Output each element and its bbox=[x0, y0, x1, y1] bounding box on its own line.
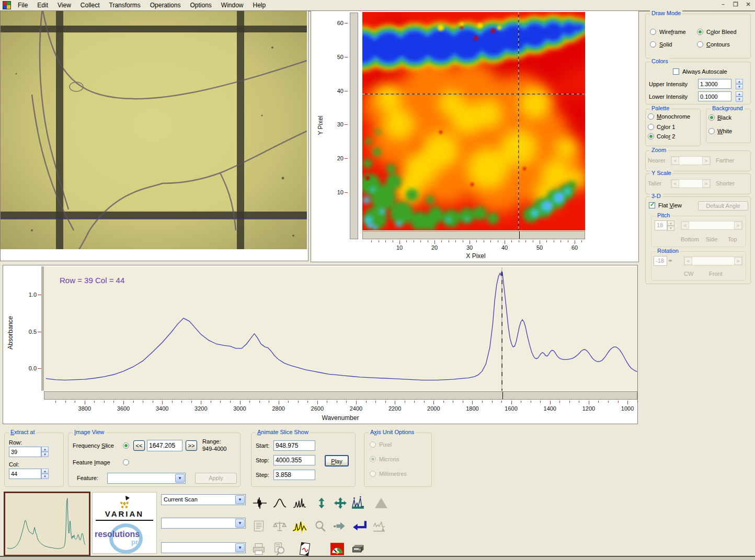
col-field[interactable] bbox=[9, 469, 41, 479]
color2-radio[interactable] bbox=[648, 133, 654, 139]
report-icon[interactable] bbox=[250, 518, 268, 534]
white-radio[interactable] bbox=[708, 128, 715, 134]
peak-pick-icon[interactable] bbox=[349, 495, 367, 511]
menu-window[interactable]: Window bbox=[216, 1, 248, 10]
menu-transforms[interactable]: Transforms bbox=[105, 1, 145, 10]
axis-tick: 1200 bbox=[580, 405, 598, 412]
rotation-spinner[interactable]: ◂▸ bbox=[668, 258, 672, 263]
contours-radio[interactable] bbox=[697, 41, 703, 48]
menu-edit[interactable]: Edit bbox=[32, 1, 53, 10]
menu-options[interactable]: Options bbox=[185, 1, 216, 10]
heatmap-vertical-scrollbar[interactable] bbox=[350, 13, 358, 239]
monochrome-radio[interactable] bbox=[648, 113, 654, 120]
secondary-combo-chevron-icon[interactable]: ▼ bbox=[235, 519, 245, 528]
spectrum-plot[interactable]: Row = 39 Col = 44 bbox=[44, 266, 637, 391]
shift-arrow-icon[interactable] bbox=[331, 518, 349, 534]
stop-field[interactable] bbox=[273, 455, 315, 465]
pitch-top-label: Top bbox=[728, 236, 737, 242]
autoscale-y-icon[interactable] bbox=[313, 495, 330, 511]
wireframe-radio[interactable] bbox=[650, 29, 656, 35]
millimetres-radio[interactable] bbox=[370, 471, 376, 477]
tertiary-combo[interactable]: ▼ bbox=[161, 542, 246, 553]
band-curve-icon[interactable] bbox=[271, 495, 289, 511]
lower-intensity-spinner[interactable]: ▲▼ bbox=[736, 91, 743, 101]
upper-intensity-spinner[interactable]: ▲▼ bbox=[736, 79, 743, 89]
tertiary-combo-chevron-icon[interactable]: ▼ bbox=[235, 543, 245, 552]
image-view-group: Image View Frequency Slice << >> Range: … bbox=[68, 433, 241, 487]
menu-collect[interactable]: Collect bbox=[76, 1, 105, 10]
balance-scales-icon[interactable] bbox=[271, 518, 289, 534]
pitch-value-field[interactable]: 18 bbox=[655, 220, 667, 230]
pitch-scrollbar[interactable]: <> bbox=[681, 221, 742, 230]
solid-radio[interactable] bbox=[650, 41, 656, 48]
baseline-correct-icon[interactable] bbox=[370, 518, 388, 534]
menu-view[interactable]: View bbox=[53, 1, 76, 10]
play-button[interactable]: Play bbox=[325, 455, 349, 466]
slice-prev-button[interactable]: << bbox=[133, 440, 145, 451]
menu-help[interactable]: Help bbox=[248, 1, 271, 10]
rotation-value-field[interactable]: -18 bbox=[654, 256, 667, 266]
fullscale-triangle-icon[interactable] bbox=[372, 495, 390, 511]
status-gauge-icon[interactable] bbox=[328, 541, 346, 557]
axis-unit-title: Axis Unit Options bbox=[369, 429, 416, 435]
black-radio[interactable] bbox=[708, 114, 715, 121]
pixel-radio[interactable] bbox=[370, 441, 376, 448]
axis-tick bbox=[317, 401, 318, 404]
feature-combo-chevron-icon[interactable]: ▼ bbox=[175, 474, 185, 483]
axis-tick: 1000 bbox=[619, 405, 636, 412]
apply-button[interactable]: Apply bbox=[195, 473, 237, 484]
menu-operations[interactable]: Operations bbox=[145, 1, 186, 10]
feature-combo[interactable]: ▼ bbox=[107, 473, 186, 484]
restore-icon[interactable]: ❐ bbox=[731, 1, 740, 8]
step-field[interactable] bbox=[273, 470, 315, 480]
instrument-icon[interactable] bbox=[349, 541, 367, 557]
pitch-spinner[interactable]: ▲▼ bbox=[667, 220, 674, 230]
frequency-slice-radio[interactable] bbox=[123, 442, 129, 449]
default-angle-button[interactable]: Default Angle bbox=[698, 201, 748, 211]
heatmap-horizontal-scrollbar[interactable] bbox=[362, 231, 585, 239]
axis-tick: 3800 bbox=[76, 405, 94, 412]
interferogram-icon[interactable] bbox=[251, 495, 269, 511]
slice-value-field[interactable] bbox=[147, 440, 182, 451]
axis-tick bbox=[85, 401, 85, 404]
axis-tick bbox=[533, 240, 533, 242]
color-bleed-radio[interactable] bbox=[697, 29, 703, 35]
color1-radio[interactable] bbox=[648, 124, 654, 130]
start-field[interactable] bbox=[273, 440, 315, 451]
menu-file[interactable]: File bbox=[13, 1, 32, 10]
feature-image-radio[interactable] bbox=[123, 459, 129, 465]
enter-return-icon[interactable] bbox=[350, 518, 368, 534]
scan-combo-chevron-icon[interactable]: ▼ bbox=[235, 495, 245, 504]
zoom-scrollbar[interactable]: <> bbox=[671, 156, 711, 165]
scan-selector-combo[interactable]: Current Scan▼ bbox=[161, 494, 246, 505]
close-icon[interactable]: ✕ bbox=[743, 1, 753, 8]
microns-radio[interactable] bbox=[370, 456, 376, 462]
zoom-magnifier-icon[interactable] bbox=[312, 518, 329, 534]
print-preview-icon[interactable] bbox=[271, 541, 289, 557]
rotation-scrollbar[interactable]: <> bbox=[684, 256, 742, 265]
notes-card-icon[interactable] bbox=[296, 541, 314, 557]
minimize-icon[interactable]: – bbox=[718, 1, 728, 8]
upper-intensity-field[interactable] bbox=[698, 79, 731, 89]
flat-view-checkbox[interactable] bbox=[649, 202, 655, 208]
spectrum-display-icon[interactable] bbox=[291, 495, 308, 511]
print-icon[interactable] bbox=[250, 541, 268, 557]
always-autoscale-label: Always Autoscale bbox=[682, 68, 727, 75]
axis-tick bbox=[589, 401, 589, 404]
axis-tick bbox=[521, 401, 521, 403]
col-spinner[interactable]: ▲▼ bbox=[41, 469, 49, 479]
lower-intensity-field[interactable] bbox=[698, 91, 731, 101]
axis-tick bbox=[240, 401, 241, 404]
monochrome-label: Monochrome bbox=[657, 113, 690, 120]
spectrum-horizontal-scrollbar[interactable] bbox=[44, 391, 637, 400]
heatmap-image[interactable] bbox=[362, 12, 585, 230]
row-field[interactable] bbox=[9, 447, 41, 457]
slice-next-button[interactable]: >> bbox=[186, 440, 197, 451]
highlight-spectrum-icon[interactable] bbox=[291, 518, 308, 534]
always-autoscale-checkbox[interactable] bbox=[673, 68, 679, 75]
spectrum-thumbnail[interactable] bbox=[4, 492, 90, 556]
pan-move-icon[interactable] bbox=[331, 495, 349, 511]
row-spinner[interactable]: ▲▼ bbox=[41, 447, 49, 457]
secondary-combo[interactable]: ▼ bbox=[161, 518, 246, 529]
y-scale-scrollbar[interactable]: <> bbox=[671, 179, 711, 188]
